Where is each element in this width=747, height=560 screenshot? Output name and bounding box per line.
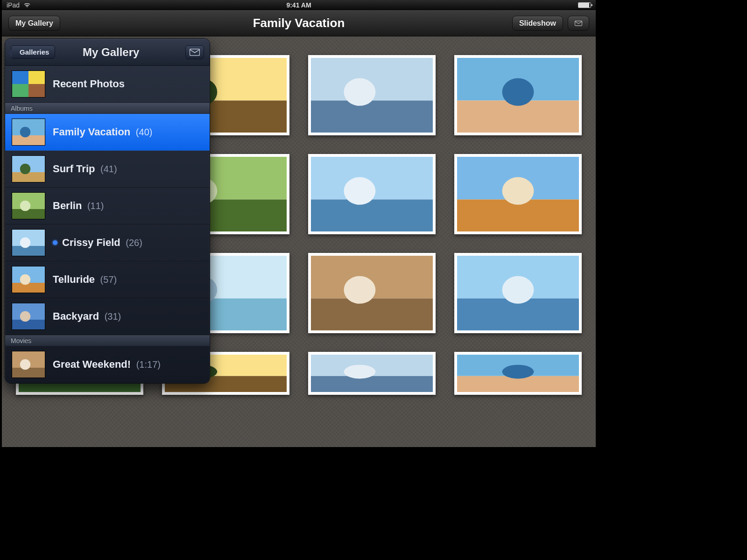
share-mail-button[interactable]	[568, 16, 589, 31]
svg-point-12	[502, 78, 534, 105]
sidebar-item-recent-photos[interactable]: Recent Photos	[5, 66, 210, 103]
svg-point-59	[20, 164, 30, 174]
svg-rect-51	[28, 71, 45, 84]
svg-point-33	[344, 276, 375, 303]
popover-title: My Gallery	[36, 46, 185, 59]
svg-point-68	[20, 274, 30, 285]
movie-thumb	[12, 351, 45, 378]
clock: 9:41 AM	[2, 1, 596, 9]
svg-rect-53	[28, 84, 45, 97]
photo-thumb[interactable]	[308, 55, 436, 135]
svg-point-21	[344, 177, 375, 204]
svg-point-62	[20, 201, 30, 211]
svg-rect-44	[311, 376, 433, 392]
sidebar-item-telluride[interactable]: Telluride (57)	[5, 261, 210, 298]
svg-point-56	[20, 127, 30, 137]
sidebar-item-label: Surf Trip (41)	[53, 163, 117, 175]
album-thumb	[12, 266, 45, 293]
sidebar-item-berlin[interactable]: Berlin (11)	[5, 188, 210, 224]
sidebar-item-label: Crissy Field (26)	[62, 237, 142, 249]
popover-mail-button[interactable]	[185, 45, 204, 59]
sidebar-item-label: Family Vacation (40)	[53, 126, 152, 138]
svg-rect-49	[190, 49, 199, 56]
battery-icon	[578, 2, 591, 8]
sidebar-item-count: (1:17)	[134, 359, 161, 370]
status-bar: iPad 9:41 AM	[2, 0, 596, 10]
sidebar-item-count: (11)	[85, 201, 104, 211]
sidebar-item-count: (57)	[98, 274, 117, 285]
svg-point-36	[502, 276, 534, 303]
album-thumb	[12, 70, 45, 98]
sidebar-item-label: Berlin (11)	[53, 200, 104, 212]
album-thumb	[12, 192, 45, 219]
svg-rect-58	[12, 172, 45, 182]
svg-rect-67	[12, 283, 45, 293]
photo-thumb[interactable]	[308, 154, 436, 234]
svg-rect-61	[12, 209, 45, 219]
photo-thumb[interactable]	[454, 154, 582, 234]
svg-point-74	[20, 359, 30, 370]
svg-point-24	[502, 177, 534, 204]
svg-rect-64	[12, 246, 45, 256]
sidebar-item-label: Recent Photos	[53, 78, 125, 90]
sidebar-item-crissy-field[interactable]: Crissy Field (26)	[5, 224, 210, 261]
svg-point-65	[20, 238, 30, 248]
mail-icon	[190, 49, 200, 56]
photo-thumb[interactable]	[308, 253, 436, 333]
sidebar-item-family-vacation[interactable]: Family Vacation (40)	[5, 114, 210, 151]
svg-rect-20	[311, 199, 433, 231]
sidebar-item-label: Great Weekend! (1:17)	[53, 358, 161, 371]
svg-rect-8	[311, 100, 433, 133]
svg-rect-50	[12, 71, 28, 84]
sidebar-item-label: Backyard (31)	[53, 310, 121, 322]
slideshow-button[interactable]: Slideshow	[512, 16, 563, 31]
album-thumb	[12, 303, 45, 330]
svg-point-71	[20, 311, 30, 322]
svg-point-45	[344, 365, 375, 379]
photo-thumb[interactable]	[454, 253, 582, 333]
sidebar-item-count: (40)	[133, 127, 152, 137]
photo-thumb[interactable]	[308, 352, 436, 395]
page-title: Family Vacation	[2, 16, 596, 30]
svg-rect-0	[575, 21, 582, 26]
sidebar-item-count: (31)	[102, 311, 121, 322]
gallery-popover: Galleries My Gallery Recent Photos Album…	[5, 38, 210, 384]
svg-rect-32	[311, 298, 433, 330]
svg-point-48	[502, 365, 534, 379]
popover-back-button[interactable]: Galleries	[11, 45, 55, 59]
section-header-movies: Movies	[5, 335, 210, 346]
album-thumb	[12, 155, 45, 182]
back-button[interactable]: My Gallery	[8, 16, 60, 31]
section-header-albums: Albums	[5, 103, 210, 114]
svg-rect-52	[12, 84, 28, 97]
sidebar-item-label: Telluride (57)	[53, 273, 117, 286]
photo-thumb[interactable]	[454, 352, 582, 395]
svg-rect-70	[12, 320, 45, 329]
svg-rect-55	[12, 135, 45, 145]
sidebar-item-count: (41)	[98, 164, 117, 174]
sidebar-item-surf-trip[interactable]: Surf Trip (41)	[5, 151, 210, 188]
mail-icon	[575, 20, 582, 27]
svg-point-9	[344, 78, 375, 105]
sidebar-item-backyard[interactable]: Backyard (31)	[5, 298, 210, 335]
album-thumb	[12, 229, 45, 256]
sidebar-item-count: (26)	[123, 238, 142, 248]
photo-thumb[interactable]	[454, 55, 582, 135]
album-thumb	[12, 119, 45, 146]
unread-dot-icon	[53, 240, 57, 245]
svg-rect-73	[12, 368, 45, 378]
sidebar-item-great-weekend-[interactable]: Great Weekend! (1:17)	[5, 346, 210, 383]
nav-bar: My Gallery Family Vacation Slideshow	[2, 10, 596, 36]
